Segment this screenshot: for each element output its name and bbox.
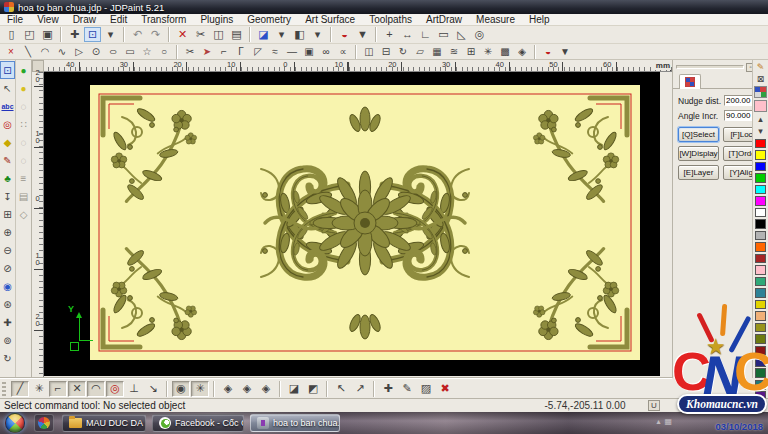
menu-item[interactable]: Geometry (240, 14, 298, 25)
brush-tool-icon[interactable]: ✎ (0, 151, 15, 169)
delete-node-icon[interactable]: ↖ (332, 381, 350, 397)
no-color-icon[interactable]: ⊠ (754, 73, 767, 85)
spark-edit-icon[interactable]: ✎ (398, 381, 416, 397)
color-swatch[interactable] (755, 219, 766, 229)
select-mode-dropdown-icon[interactable]: ▾ (102, 27, 119, 42)
color-swatch[interactable] (755, 357, 766, 367)
curve-tool-icon[interactable]: ∿ (54, 45, 70, 59)
menu-item[interactable]: View (30, 14, 66, 25)
rotate-copy-icon[interactable]: ↻ (395, 45, 411, 59)
menu-item[interactable]: Help (522, 14, 557, 25)
drill-tool-icon[interactable]: ↧ (0, 187, 15, 205)
image-insert-icon[interactable]: ▩ (497, 45, 513, 59)
marquee-select-icon[interactable]: ⊡ (84, 27, 101, 42)
menu-item[interactable]: Transform (134, 14, 193, 25)
surface-dropdown-icon[interactable]: ▾ (273, 27, 290, 42)
color-swatch[interactable] (755, 334, 766, 344)
zoom-ratio-icon[interactable]: ⊚ (0, 331, 15, 349)
taskbar-button-browser[interactable]: Facebook - Cốc C... (152, 414, 244, 432)
zoom-out-icon[interactable]: ⊖ (0, 241, 15, 259)
palette-scroll-up-icon[interactable]: ▴ (754, 113, 767, 125)
misc-display-icon[interactable]: ◇ (16, 205, 31, 223)
snap-perpendicular-icon[interactable]: ⊥ (125, 381, 143, 397)
color-swatch[interactable] (755, 288, 766, 298)
redo-icon[interactable]: ↷ (147, 27, 164, 42)
new-file-icon[interactable]: ▯ (3, 27, 20, 42)
menu-item[interactable]: Toolpaths (362, 14, 419, 25)
open-file-icon[interactable]: ◰ (21, 27, 38, 42)
layer-dropdown-icon[interactable]: ▾ (309, 27, 326, 42)
close-curve-tool-icon[interactable]: ◸ (250, 45, 266, 59)
menu-item[interactable]: Plugins (193, 14, 240, 25)
unit-toggle-button[interactable]: U (648, 400, 660, 411)
shear-copy-icon[interactable]: ▱ (412, 45, 428, 59)
surface-display-icon[interactable]: ◪ (255, 27, 272, 42)
ellipse-tool-icon[interactable]: ○ (101, 45, 124, 59)
save-file-icon[interactable]: ▣ (39, 27, 56, 42)
pan-tool-icon[interactable]: ✚ (66, 27, 83, 42)
display-button[interactable]: [W]Display (678, 146, 719, 161)
shield-gray-icon[interactable]: ▼ (354, 27, 371, 42)
start-button[interactable] (5, 413, 25, 433)
taskbar-button-folder[interactable]: MAU DUC DA (62, 414, 146, 432)
check-node-icon[interactable]: ◈ (219, 381, 237, 397)
snap-node-icon[interactable]: ✳ (30, 381, 48, 397)
zoom-previous-icon[interactable]: ⊘ (0, 259, 15, 277)
layer-button[interactable]: [E]Layer (678, 165, 719, 180)
color-swatch[interactable] (755, 162, 766, 172)
group-icon[interactable]: ◈ (514, 45, 530, 59)
copy-icon[interactable]: ◫ (210, 27, 227, 42)
snap-endpoint-icon[interactable]: ╱ (11, 381, 29, 397)
zoom-in-icon[interactable]: ⊕ (0, 223, 15, 241)
edit-color-icon[interactable]: ✎ (754, 61, 767, 73)
dash-tool-icon[interactable]: — (284, 45, 300, 59)
color-swatch[interactable] (755, 277, 766, 287)
node-edit-tool-icon[interactable]: ↖ (0, 79, 15, 97)
display-eye-icon[interactable]: ◉ (0, 277, 15, 295)
points-display-icon[interactable]: ∷ (16, 115, 31, 133)
color-swatch[interactable] (755, 346, 766, 356)
taskbar-button-jdpaint[interactable]: hoa to ban chua.j... (250, 414, 340, 432)
zoom-window-icon[interactable]: ⊞ (0, 205, 15, 223)
layer-display-icon[interactable]: ◧ (291, 27, 308, 42)
star-tool-icon[interactable]: ☆ (139, 45, 155, 59)
color-swatch[interactable] (755, 242, 766, 252)
color-swatch[interactable] (755, 380, 766, 390)
weld-tool-icon[interactable]: ∞ (318, 45, 334, 59)
check-direction-icon[interactable]: ◈ (238, 381, 256, 397)
snap-corner-icon[interactable]: ⌐ (49, 381, 67, 397)
delete-icon[interactable]: ✕ (174, 27, 191, 42)
snap-keypoint-icon[interactable]: ✳ (191, 381, 209, 397)
lamp-on-icon[interactable]: ● (16, 61, 31, 79)
chamfer-tool-icon[interactable]: Γ (233, 45, 249, 59)
color-swatch[interactable] (755, 208, 766, 218)
color-swatch[interactable] (755, 196, 766, 206)
color-swatch[interactable] (755, 254, 766, 264)
offset-tool-icon[interactable]: ▣ (301, 45, 317, 59)
distance-measure-icon[interactable]: ↔ (399, 27, 416, 42)
split-tool-icon[interactable]: ∝ (335, 45, 351, 59)
path-array-icon[interactable]: ≋ (446, 45, 462, 59)
tray-network-icon[interactable]: ▦ (664, 417, 672, 426)
paste-icon[interactable]: ▤ (228, 27, 245, 42)
check-overlap-icon[interactable]: ◈ (257, 381, 275, 397)
color-swatch[interactable] (755, 311, 766, 321)
delete-all-icon[interactable]: ✖ (436, 381, 454, 397)
shield-red-2-icon[interactable]: ◒ (540, 45, 556, 59)
menu-item[interactable]: File (0, 14, 30, 25)
current-color-icon[interactable] (754, 100, 767, 112)
zoom-objects-icon[interactable]: ⊛ (0, 295, 15, 313)
color-swatch[interactable] (755, 368, 766, 378)
angle-measure-icon[interactable]: ∟ (417, 27, 434, 42)
grid-array-icon[interactable]: ▦ (429, 45, 445, 59)
menu-item[interactable]: Measure (469, 14, 522, 25)
menu-item[interactable]: Edit (103, 14, 134, 25)
pan-view-icon[interactable]: ✚ (0, 313, 15, 331)
color-swatch[interactable] (755, 323, 766, 333)
shield-red-icon[interactable]: ◒ (336, 27, 353, 42)
bounds-measure-icon[interactable]: ▭ (435, 27, 452, 42)
color-swatch[interactable] (755, 139, 766, 149)
arc-tool-icon[interactable]: ◠ (37, 45, 53, 59)
color-swatch[interactable] (755, 185, 766, 195)
menu-item[interactable]: Art Surface (298, 14, 362, 25)
